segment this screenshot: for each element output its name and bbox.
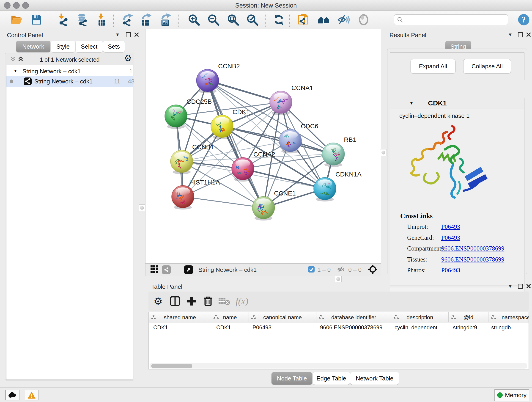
hide-eye-button[interactable] bbox=[336, 12, 351, 27]
crosslink-link[interactable]: P06493 bbox=[441, 267, 460, 274]
export-network-button[interactable] bbox=[120, 12, 135, 27]
network-node-CDKN1A[interactable] bbox=[314, 177, 336, 201]
panel-close-icon[interactable] bbox=[525, 283, 532, 290]
home-button[interactable] bbox=[316, 12, 331, 27]
cell-namespace: stringdb bbox=[491, 324, 511, 331]
split-columns-button[interactable] bbox=[168, 294, 182, 308]
export-image-button[interactable] bbox=[158, 12, 174, 27]
save-session-button[interactable] bbox=[29, 12, 44, 27]
network-edge[interactable] bbox=[222, 126, 333, 154]
tab-style[interactable]: Style bbox=[51, 41, 75, 52]
left-splitter-handle[interactable] bbox=[139, 204, 145, 211]
network-canvas[interactable]: CCNB2CCNA1CDC25BCDK1CDC6RB1CCNB1CCNA2CDK… bbox=[145, 29, 381, 264]
network-node-CCNB1[interactable] bbox=[171, 150, 193, 174]
column-header[interactable]: database identifier bbox=[317, 312, 391, 322]
import-table-button[interactable] bbox=[94, 12, 109, 27]
zoom-fit-icon bbox=[227, 13, 239, 26]
birdseye-button[interactable] bbox=[368, 265, 377, 275]
cloud-icon bbox=[8, 392, 17, 398]
search-input[interactable] bbox=[405, 16, 508, 23]
open-folder-icon bbox=[10, 13, 23, 26]
network-node-RB1[interactable] bbox=[322, 143, 345, 167]
panel-float-icon[interactable] bbox=[517, 283, 524, 290]
share-view-button[interactable] bbox=[162, 265, 171, 274]
zoom-in-icon bbox=[187, 13, 200, 26]
tab-network[interactable]: Network bbox=[16, 41, 51, 52]
tab-sets[interactable]: Sets bbox=[103, 41, 125, 52]
panel-menu-icon[interactable]: ▼ bbox=[114, 31, 121, 38]
collection-count: 1 bbox=[129, 68, 133, 75]
memory-button[interactable]: Memory bbox=[494, 389, 529, 401]
export-network-icon bbox=[121, 13, 134, 26]
tab-network-table[interactable]: Network Table bbox=[350, 372, 399, 385]
control-panel: Control Panel ▼ Network Style Select Set… bbox=[3, 29, 138, 387]
export-table-button[interactable] bbox=[139, 12, 154, 27]
help-button[interactable]: ? bbox=[516, 12, 532, 27]
panel-menu-icon[interactable]: ▼ bbox=[507, 283, 514, 290]
column-header[interactable]: @id bbox=[449, 312, 488, 322]
crosslink-link[interactable]: 9606.ENSP00000378699 bbox=[441, 256, 504, 263]
crosslink-link[interactable]: P06493 bbox=[441, 234, 460, 241]
share-document-button[interactable] bbox=[296, 12, 312, 27]
search-box[interactable] bbox=[394, 14, 508, 25]
expand-all-button[interactable]: Expand All bbox=[411, 59, 456, 73]
table-scrollbar-thumb[interactable] bbox=[152, 364, 192, 368]
network-node-CCNA1[interactable] bbox=[269, 91, 292, 115]
crosslink-label: Tissues: bbox=[407, 256, 427, 263]
gear-icon[interactable]: ⚙ bbox=[124, 55, 131, 62]
add-column-button[interactable] bbox=[185, 294, 198, 308]
warning-button[interactable] bbox=[25, 390, 38, 400]
zoom-in-button[interactable] bbox=[186, 12, 202, 27]
selected-checkbox[interactable] bbox=[308, 266, 315, 274]
cloud-button[interactable] bbox=[5, 390, 19, 400]
network-edge[interactable] bbox=[183, 197, 264, 208]
delete-column-button[interactable] bbox=[201, 294, 215, 308]
network-graph[interactable]: CCNB2CCNA1CDC25BCDK1CDC6RB1CCNB1CCNA2CDK… bbox=[146, 29, 381, 263]
delete-table-button[interactable] bbox=[217, 294, 231, 308]
network-collection-row[interactable]: ▼ String Network – cdk1 1 bbox=[6, 66, 133, 76]
column-header[interactable]: shared name bbox=[149, 312, 211, 322]
network-node-CCNE1[interactable] bbox=[252, 196, 275, 220]
network-node-count: 11 bbox=[114, 78, 120, 85]
crosslink-link[interactable]: 9606.ENSP00000378699 bbox=[441, 245, 504, 252]
import-network-database-button[interactable] bbox=[75, 12, 90, 27]
node-entry-header[interactable]: ▼ CDK1 bbox=[390, 98, 524, 108]
entry-expander-icon[interactable]: ▼ bbox=[409, 100, 414, 106]
column-header[interactable]: canonical name bbox=[249, 312, 317, 322]
function-builder-button[interactable]: f(x) bbox=[235, 294, 249, 308]
collapse-all-button[interactable]: Collapse All bbox=[463, 59, 511, 73]
network-edge[interactable] bbox=[208, 80, 281, 102]
panel-float-icon[interactable] bbox=[517, 31, 524, 38]
grid-view-button[interactable] bbox=[150, 265, 159, 274]
network-node-HIST1H1A[interactable] bbox=[172, 185, 194, 210]
zoom-out-button[interactable] bbox=[206, 12, 221, 27]
gear-icon[interactable]: ⚙ bbox=[151, 294, 165, 308]
control-panel-title: Control Panel bbox=[7, 32, 43, 39]
tab-edge-table[interactable]: Edge Table bbox=[313, 372, 350, 385]
node-label-CDC6: CDC6 bbox=[301, 123, 318, 130]
column-header[interactable]: description bbox=[391, 312, 449, 322]
table-scrollbar-track[interactable] bbox=[150, 363, 527, 369]
open-in-new-button[interactable] bbox=[184, 265, 193, 274]
network-node-CDC25B[interactable] bbox=[165, 105, 187, 129]
import-network-file-button[interactable] bbox=[56, 12, 71, 27]
tab-select[interactable]: Select bbox=[76, 41, 103, 52]
refresh-view-button[interactable] bbox=[271, 12, 287, 27]
panel-close-icon[interactable] bbox=[525, 31, 532, 38]
tab-node-table[interactable]: Node Table bbox=[272, 372, 312, 385]
zoom-fit-button[interactable] bbox=[225, 12, 241, 27]
network-row[interactable]: String Network – cdk1 11 48 bbox=[6, 76, 133, 87]
search-icon bbox=[397, 17, 403, 23]
crosslink-link[interactable]: P06493 bbox=[441, 223, 460, 230]
column-header[interactable]: namespace bbox=[488, 312, 529, 322]
collection-expander-icon[interactable]: ▼ bbox=[13, 68, 18, 73]
panel-float-icon[interactable] bbox=[125, 31, 132, 38]
panel-close-icon[interactable] bbox=[133, 31, 140, 38]
open-session-button[interactable] bbox=[9, 12, 24, 27]
inactive-eye-button[interactable] bbox=[356, 12, 371, 27]
column-header[interactable]: name bbox=[211, 312, 249, 322]
zoom-selected-button[interactable] bbox=[244, 12, 260, 27]
panel-menu-icon[interactable]: ▼ bbox=[507, 31, 514, 38]
network-edge[interactable] bbox=[208, 80, 264, 208]
hidden-indicator-icon[interactable] bbox=[337, 266, 346, 274]
